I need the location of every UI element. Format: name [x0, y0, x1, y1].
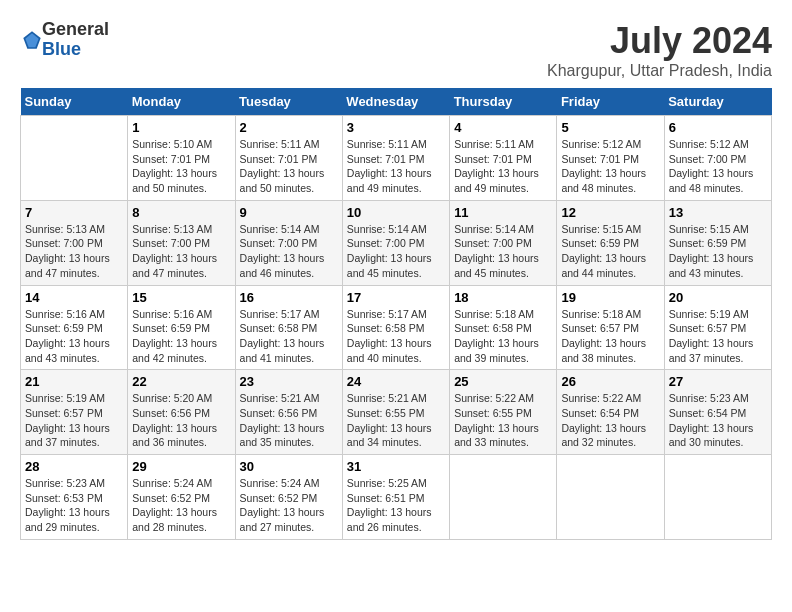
day-number: 2	[240, 120, 338, 135]
day-cell-19: 19Sunrise: 5:18 AMSunset: 6:57 PMDayligh…	[557, 285, 664, 370]
day-cell-29: 29Sunrise: 5:24 AMSunset: 6:52 PMDayligh…	[128, 455, 235, 540]
day-cell-12: 12Sunrise: 5:15 AMSunset: 6:59 PMDayligh…	[557, 200, 664, 285]
day-cell-17: 17Sunrise: 5:17 AMSunset: 6:58 PMDayligh…	[342, 285, 449, 370]
empty-cell	[21, 116, 128, 201]
day-number: 8	[132, 205, 230, 220]
day-info: Sunrise: 5:14 AMSunset: 7:00 PMDaylight:…	[347, 222, 445, 281]
day-info: Sunrise: 5:16 AMSunset: 6:59 PMDaylight:…	[25, 307, 123, 366]
day-cell-21: 21Sunrise: 5:19 AMSunset: 6:57 PMDayligh…	[21, 370, 128, 455]
week-row-4: 21Sunrise: 5:19 AMSunset: 6:57 PMDayligh…	[21, 370, 772, 455]
day-info: Sunrise: 5:23 AMSunset: 6:54 PMDaylight:…	[669, 391, 767, 450]
day-info: Sunrise: 5:16 AMSunset: 6:59 PMDaylight:…	[132, 307, 230, 366]
logo-blue-text: Blue	[42, 40, 109, 60]
day-info: Sunrise: 5:22 AMSunset: 6:54 PMDaylight:…	[561, 391, 659, 450]
page-header: General Blue July 2024 Khargupur, Uttar …	[20, 20, 772, 80]
day-info: Sunrise: 5:14 AMSunset: 7:00 PMDaylight:…	[454, 222, 552, 281]
title-block: July 2024 Khargupur, Uttar Pradesh, Indi…	[547, 20, 772, 80]
weekday-header-saturday: Saturday	[664, 88, 771, 116]
day-info: Sunrise: 5:24 AMSunset: 6:52 PMDaylight:…	[132, 476, 230, 535]
weekday-header-row: SundayMondayTuesdayWednesdayThursdayFrid…	[21, 88, 772, 116]
day-cell-4: 4Sunrise: 5:11 AMSunset: 7:01 PMDaylight…	[450, 116, 557, 201]
day-cell-15: 15Sunrise: 5:16 AMSunset: 6:59 PMDayligh…	[128, 285, 235, 370]
location: Khargupur, Uttar Pradesh, India	[547, 62, 772, 80]
day-cell-22: 22Sunrise: 5:20 AMSunset: 6:56 PMDayligh…	[128, 370, 235, 455]
weekday-header-friday: Friday	[557, 88, 664, 116]
day-info: Sunrise: 5:11 AMSunset: 7:01 PMDaylight:…	[454, 137, 552, 196]
day-info: Sunrise: 5:18 AMSunset: 6:58 PMDaylight:…	[454, 307, 552, 366]
day-cell-20: 20Sunrise: 5:19 AMSunset: 6:57 PMDayligh…	[664, 285, 771, 370]
day-cell-6: 6Sunrise: 5:12 AMSunset: 7:00 PMDaylight…	[664, 116, 771, 201]
day-number: 27	[669, 374, 767, 389]
day-number: 31	[347, 459, 445, 474]
day-cell-24: 24Sunrise: 5:21 AMSunset: 6:55 PMDayligh…	[342, 370, 449, 455]
day-number: 23	[240, 374, 338, 389]
day-cell-1: 1Sunrise: 5:10 AMSunset: 7:01 PMDaylight…	[128, 116, 235, 201]
week-row-3: 14Sunrise: 5:16 AMSunset: 6:59 PMDayligh…	[21, 285, 772, 370]
day-number: 5	[561, 120, 659, 135]
week-row-1: 1Sunrise: 5:10 AMSunset: 7:01 PMDaylight…	[21, 116, 772, 201]
day-info: Sunrise: 5:14 AMSunset: 7:00 PMDaylight:…	[240, 222, 338, 281]
day-cell-23: 23Sunrise: 5:21 AMSunset: 6:56 PMDayligh…	[235, 370, 342, 455]
day-info: Sunrise: 5:18 AMSunset: 6:57 PMDaylight:…	[561, 307, 659, 366]
day-number: 26	[561, 374, 659, 389]
weekday-header-wednesday: Wednesday	[342, 88, 449, 116]
day-cell-10: 10Sunrise: 5:14 AMSunset: 7:00 PMDayligh…	[342, 200, 449, 285]
day-cell-13: 13Sunrise: 5:15 AMSunset: 6:59 PMDayligh…	[664, 200, 771, 285]
day-info: Sunrise: 5:17 AMSunset: 6:58 PMDaylight:…	[347, 307, 445, 366]
day-number: 10	[347, 205, 445, 220]
day-info: Sunrise: 5:19 AMSunset: 6:57 PMDaylight:…	[669, 307, 767, 366]
month-year: July 2024	[547, 20, 772, 62]
day-number: 14	[25, 290, 123, 305]
day-info: Sunrise: 5:23 AMSunset: 6:53 PMDaylight:…	[25, 476, 123, 535]
day-number: 25	[454, 374, 552, 389]
day-info: Sunrise: 5:20 AMSunset: 6:56 PMDaylight:…	[132, 391, 230, 450]
weekday-header-tuesday: Tuesday	[235, 88, 342, 116]
day-number: 29	[132, 459, 230, 474]
day-info: Sunrise: 5:10 AMSunset: 7:01 PMDaylight:…	[132, 137, 230, 196]
day-number: 6	[669, 120, 767, 135]
day-info: Sunrise: 5:12 AMSunset: 7:00 PMDaylight:…	[669, 137, 767, 196]
empty-cell	[557, 455, 664, 540]
day-info: Sunrise: 5:25 AMSunset: 6:51 PMDaylight:…	[347, 476, 445, 535]
day-info: Sunrise: 5:15 AMSunset: 6:59 PMDaylight:…	[561, 222, 659, 281]
day-cell-11: 11Sunrise: 5:14 AMSunset: 7:00 PMDayligh…	[450, 200, 557, 285]
day-cell-25: 25Sunrise: 5:22 AMSunset: 6:55 PMDayligh…	[450, 370, 557, 455]
day-number: 22	[132, 374, 230, 389]
day-number: 17	[347, 290, 445, 305]
day-info: Sunrise: 5:13 AMSunset: 7:00 PMDaylight:…	[132, 222, 230, 281]
day-number: 7	[25, 205, 123, 220]
day-number: 12	[561, 205, 659, 220]
day-cell-14: 14Sunrise: 5:16 AMSunset: 6:59 PMDayligh…	[21, 285, 128, 370]
day-cell-3: 3Sunrise: 5:11 AMSunset: 7:01 PMDaylight…	[342, 116, 449, 201]
day-number: 18	[454, 290, 552, 305]
day-info: Sunrise: 5:24 AMSunset: 6:52 PMDaylight:…	[240, 476, 338, 535]
weekday-header-monday: Monday	[128, 88, 235, 116]
day-number: 24	[347, 374, 445, 389]
day-number: 20	[669, 290, 767, 305]
day-info: Sunrise: 5:15 AMSunset: 6:59 PMDaylight:…	[669, 222, 767, 281]
day-cell-31: 31Sunrise: 5:25 AMSunset: 6:51 PMDayligh…	[342, 455, 449, 540]
day-info: Sunrise: 5:12 AMSunset: 7:01 PMDaylight:…	[561, 137, 659, 196]
day-number: 9	[240, 205, 338, 220]
day-cell-18: 18Sunrise: 5:18 AMSunset: 6:58 PMDayligh…	[450, 285, 557, 370]
logo-icon	[22, 30, 42, 50]
day-info: Sunrise: 5:21 AMSunset: 6:56 PMDaylight:…	[240, 391, 338, 450]
day-info: Sunrise: 5:11 AMSunset: 7:01 PMDaylight:…	[240, 137, 338, 196]
day-cell-26: 26Sunrise: 5:22 AMSunset: 6:54 PMDayligh…	[557, 370, 664, 455]
day-info: Sunrise: 5:17 AMSunset: 6:58 PMDaylight:…	[240, 307, 338, 366]
day-cell-8: 8Sunrise: 5:13 AMSunset: 7:00 PMDaylight…	[128, 200, 235, 285]
logo-general-text: General	[42, 20, 109, 40]
day-info: Sunrise: 5:22 AMSunset: 6:55 PMDaylight:…	[454, 391, 552, 450]
day-number: 21	[25, 374, 123, 389]
day-info: Sunrise: 5:13 AMSunset: 7:00 PMDaylight:…	[25, 222, 123, 281]
day-number: 3	[347, 120, 445, 135]
week-row-5: 28Sunrise: 5:23 AMSunset: 6:53 PMDayligh…	[21, 455, 772, 540]
day-cell-9: 9Sunrise: 5:14 AMSunset: 7:00 PMDaylight…	[235, 200, 342, 285]
day-number: 16	[240, 290, 338, 305]
day-info: Sunrise: 5:11 AMSunset: 7:01 PMDaylight:…	[347, 137, 445, 196]
day-cell-27: 27Sunrise: 5:23 AMSunset: 6:54 PMDayligh…	[664, 370, 771, 455]
day-number: 1	[132, 120, 230, 135]
day-number: 28	[25, 459, 123, 474]
weekday-header-thursday: Thursday	[450, 88, 557, 116]
day-cell-7: 7Sunrise: 5:13 AMSunset: 7:00 PMDaylight…	[21, 200, 128, 285]
